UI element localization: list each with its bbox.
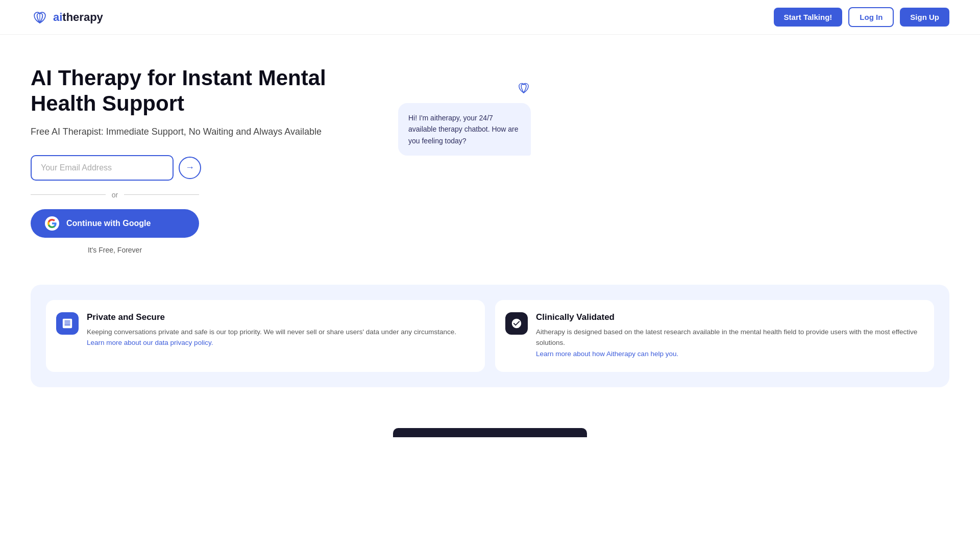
feature-text-clinical: Clinically Validated Aitherapy is design… — [536, 312, 924, 360]
email-row: → — [31, 155, 337, 181]
hero-left: AI Therapy for Instant Mental Health Sup… — [31, 65, 337, 254]
feature-title-private: Private and Secure — [87, 312, 456, 322]
hero-title: AI Therapy for Instant Mental Health Sup… — [31, 65, 337, 117]
features-section: Private and Secure Keeping conversations… — [0, 274, 980, 418]
or-divider: or — [31, 191, 199, 199]
device-bar — [393, 428, 587, 437]
divider-line-left — [31, 194, 106, 195]
start-talking-button[interactable]: Start Talking! — [774, 8, 843, 27]
free-label: It's Free, Forever — [31, 246, 199, 254]
arrow-right-icon: → — [185, 162, 194, 173]
feature-item-clinical: Clinically Validated Aitherapy is design… — [495, 300, 934, 372]
divider-line-right — [124, 194, 199, 195]
hero-subtitle: Free AI Therapist: Immediate Support, No… — [31, 125, 337, 139]
feature-item-private: Private and Secure Keeping conversations… — [46, 300, 485, 372]
logo-text: aitherapy — [53, 11, 103, 24]
chat-bubble: Hi! I'm aitherapy, your 24/7 available t… — [398, 103, 531, 156]
private-icon — [56, 312, 79, 335]
feature-link-clinical[interactable]: Learn more about how Aitherapy can help … — [536, 350, 678, 358]
email-submit-button[interactable]: → — [179, 157, 201, 179]
google-icon — [45, 216, 59, 231]
or-text: or — [112, 191, 118, 199]
logo[interactable]: aitherapy — [31, 8, 103, 27]
feature-title-clinical: Clinically Validated — [536, 312, 924, 322]
chat-lotus-icon — [517, 81, 531, 98]
google-button-label: Continue with Google — [66, 219, 151, 228]
header-actions: Start Talking! Log In Sign Up — [774, 7, 949, 27]
email-input[interactable] — [31, 155, 174, 181]
feature-desc-clinical: Aitherapy is designed based on the lates… — [536, 327, 924, 360]
signup-button[interactable]: Sign Up — [900, 8, 949, 27]
hero-right: Hi! I'm aitherapy, your 24/7 available t… — [368, 65, 531, 156]
chat-container: Hi! I'm aitherapy, your 24/7 available t… — [398, 81, 531, 156]
hero-section: AI Therapy for Instant Mental Health Sup… — [0, 35, 980, 274]
device-hint — [0, 418, 980, 437]
login-button[interactable]: Log In — [848, 7, 894, 27]
feature-text-private: Private and Secure Keeping conversations… — [87, 312, 456, 348]
feature-desc-private: Keeping conversations private and safe i… — [87, 327, 456, 348]
features-card: Private and Secure Keeping conversations… — [31, 285, 949, 387]
feature-link-private[interactable]: Learn more about our data privacy policy… — [87, 339, 213, 346]
lotus-icon — [31, 8, 49, 27]
clinical-icon — [505, 312, 528, 335]
google-button[interactable]: Continue with Google — [31, 209, 199, 238]
